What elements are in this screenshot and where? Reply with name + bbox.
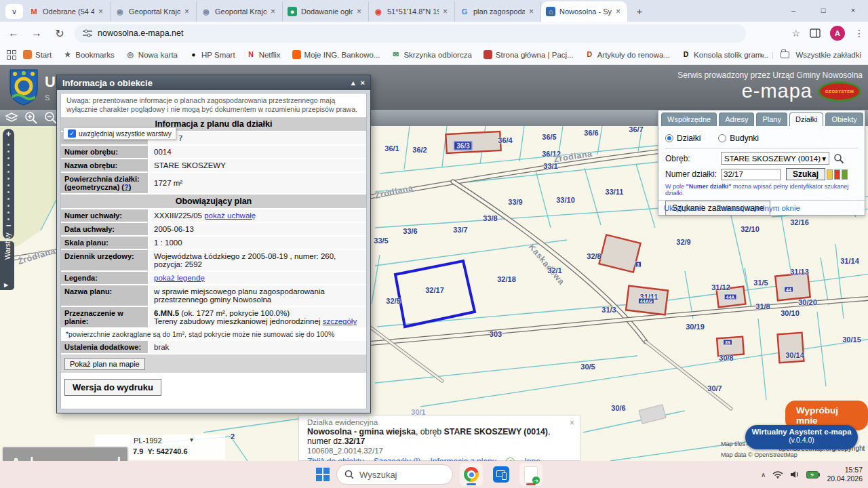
tab-close-icon[interactable]: ×	[98, 7, 105, 16]
color-swatch-red[interactable]	[834, 169, 840, 180]
battery-icon[interactable]	[806, 471, 820, 479]
chevron-down-icon[interactable]: ▾	[190, 436, 193, 443]
close-icon[interactable]: ×	[570, 418, 574, 428]
tab-close-icon[interactable]: ×	[357, 7, 363, 16]
all-bookmarks-label[interactable]: Wszystkie zakładki	[796, 51, 862, 59]
address-bar[interactable]: nowosolna.e-mapa.net	[75, 24, 746, 43]
object-info-dialog[interactable]: Informacja o obiekcie ▴ × Uwaga: prezent…	[56, 75, 371, 413]
new-tab-button[interactable]: +	[631, 3, 648, 19]
bookmark-item[interactable]: NNetflix	[247, 50, 281, 59]
bookmark-item[interactable]: ★Bookmarks	[63, 50, 115, 59]
browser-tab[interactable]: ◉Geoportal Krajowy m×	[197, 1, 283, 22]
show-legend-link[interactable]: pokaż legendę	[154, 274, 205, 282]
parcel-number-input[interactable]	[721, 169, 781, 180]
help-link[interactable]: ?	[124, 183, 129, 191]
window-close-icon[interactable]: ×	[838, 0, 868, 20]
taskbar-clock[interactable]: 15:57 20.04.2026	[827, 466, 863, 483]
side-panel-icon[interactable]	[810, 28, 821, 38]
details-link[interactable]: szczegóły	[323, 317, 357, 325]
profile-avatar[interactable]: A	[830, 26, 845, 41]
all-layers-checkbox-row[interactable]: ✓ uwzględniaj wszystkie warstwy	[63, 127, 176, 140]
close-icon[interactable]: ×	[855, 113, 861, 123]
color-swatch-green[interactable]	[842, 169, 848, 180]
tab-działki[interactable]: Działki	[789, 113, 823, 126]
row-value: pokaż legendę	[149, 272, 366, 284]
tab-close-icon[interactable]: ×	[616, 7, 623, 16]
browser-tab[interactable]: ●Dodawanie ogłoszen×	[283, 1, 369, 22]
show-resolution-link[interactable]: pokaż uchwałę	[204, 211, 256, 220]
taskbar-search-box[interactable]: Wyszukaj	[336, 464, 453, 485]
search-icon[interactable]	[833, 153, 844, 164]
volume-icon[interactable]	[790, 470, 800, 479]
tab-favicon: ◉	[374, 7, 383, 16]
tab-close-icon[interactable]: ×	[184, 7, 191, 16]
color-swatch-yellow[interactable]	[827, 169, 833, 180]
bookmark-item[interactable]: ◎Nowa karta	[126, 50, 178, 59]
radio-budynki[interactable]	[718, 134, 726, 142]
print-version-button[interactable]: Wersja do wydruku	[64, 379, 161, 396]
bookmark-star-icon[interactable]: ☆	[791, 28, 800, 39]
layers-tab-label: Warstwy	[3, 232, 12, 260]
bookmark-item[interactable]: DKonsola stolik gram...	[682, 50, 768, 59]
layers-panel-tab[interactable]: Warstwy ▶	[0, 241, 14, 290]
forward-icon[interactable]: →	[27, 24, 46, 43]
site-settings-icon[interactable]	[83, 29, 92, 37]
bookmark-item[interactable]: ●HP Smart	[189, 50, 235, 59]
browser-tab[interactable]: ◉51°51'14.8"N 19°37'1×	[369, 1, 455, 22]
bookmarks-overflow-icon[interactable]: »	[760, 51, 764, 59]
bookmark-item[interactable]: Strona główna | Pacj...	[484, 50, 574, 59]
tab-search-icon[interactable]: ∨	[5, 4, 23, 19]
zoom-out-button[interactable]: −	[3, 220, 14, 230]
selected-parcel-outline[interactable]	[395, 261, 475, 327]
collapse-icon[interactable]: ▴	[351, 79, 355, 87]
tab-close-icon[interactable]: ×	[529, 7, 536, 16]
search-panel[interactable]: WspółrzędneAdresyPlanyDziałkiObiekty × D…	[658, 110, 865, 216]
apps-grid-icon[interactable]	[7, 50, 16, 60]
maximize-icon[interactable]: □	[808, 0, 838, 20]
tab-close-icon[interactable]: ×	[271, 7, 277, 16]
map-zoom-slider[interactable]: + −	[3, 129, 14, 239]
dialog-titlebar[interactable]: Informacja o obiekcie ▴ ×	[57, 75, 370, 90]
browser-tab[interactable]: ⌂Nowosolna - System×	[541, 1, 627, 22]
back-icon[interactable]: ←	[4, 24, 23, 43]
zoom-out-tool-icon[interactable]	[44, 111, 58, 125]
obreb-select[interactable]: STARE SKOSZEWY (0014) ▾	[721, 152, 829, 165]
zoom-in-tool-icon[interactable]	[24, 111, 38, 125]
bookmark-favicon	[484, 50, 492, 59]
browser-tab[interactable]: Gplan zagospodarowa×	[455, 1, 541, 22]
bookmark-label: Netflix	[259, 51, 281, 59]
browser-tab[interactable]: MOdebrane (54 473) -×	[24, 1, 111, 22]
bookmark-item[interactable]: DArtykuły do renowa...	[585, 50, 670, 59]
bookmark-label: Start	[35, 51, 52, 59]
layers-icon[interactable]	[5, 112, 18, 124]
tab-plany[interactable]: Plany	[756, 113, 787, 126]
zoom-in-button[interactable]: +	[3, 129, 14, 139]
minimize-icon[interactable]: –	[778, 0, 808, 20]
phone-link-taskbar-icon[interactable]	[490, 463, 513, 486]
bookmark-item[interactable]: ✉Skrzynka odbiorcza	[391, 50, 471, 59]
panel-footer: Ukryj panel Pokazuj w jednym oknie	[658, 200, 865, 215]
document-app-taskbar-icon[interactable]	[519, 463, 542, 486]
tray-chevron-icon[interactable]: ∧	[761, 471, 766, 479]
crs-label[interactable]: PL-1992	[134, 436, 162, 445]
tab-adresy[interactable]: Adresy	[719, 113, 754, 126]
radio-dzialki[interactable]	[665, 134, 673, 142]
virtual-assistant-button[interactable]: Wirtualny Asystent e-mapa (v.0.4.0)	[745, 425, 858, 449]
bookmark-item[interactable]: Moje ING. Bankowo...	[292, 50, 380, 59]
single-window-link[interactable]: Pokazuj w jednym oknie	[717, 204, 800, 212]
browser-tab[interactable]: ◉Geoportal Krajowy m×	[111, 1, 197, 22]
hide-panel-link[interactable]: Ukryj panel	[664, 204, 703, 212]
checkbox-checked-icon[interactable]: ✓	[68, 129, 76, 138]
parcel-info-panel[interactable]: Działka ewidencyjna × Nowosolna - gmina …	[298, 415, 580, 461]
start-button-icon[interactable]	[316, 468, 330, 481]
tab-close-icon[interactable]: ×	[443, 7, 450, 16]
bookmark-item[interactable]: Start	[23, 50, 52, 59]
tab-współrzędne[interactable]: Współrzędne	[661, 113, 717, 126]
chrome-taskbar-icon[interactable]	[460, 463, 483, 486]
close-icon[interactable]: ×	[361, 79, 365, 87]
menu-kebab-icon[interactable]: ⋮	[854, 28, 864, 39]
reload-icon[interactable]: ↻	[50, 24, 69, 43]
search-button[interactable]: Szukaj	[786, 168, 825, 180]
wifi-icon[interactable]	[772, 470, 783, 479]
show-plan-on-map-button[interactable]: Pokaż plan na mapie	[64, 358, 145, 370]
